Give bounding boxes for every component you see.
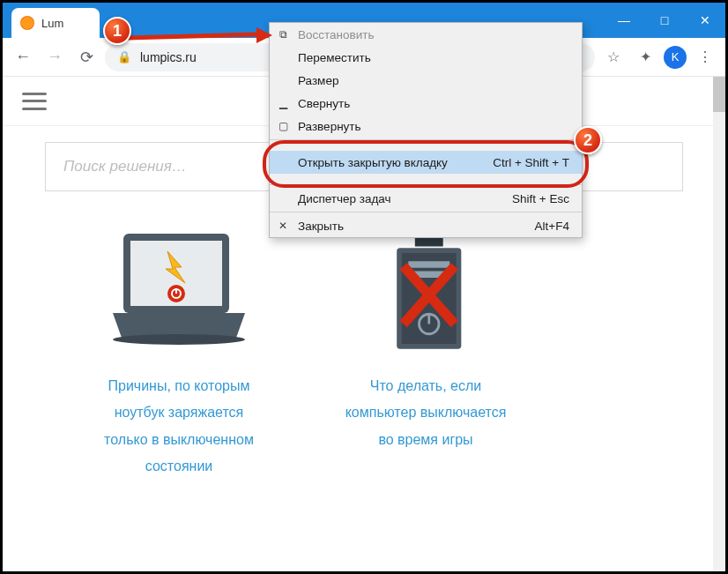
url-text: lumpics.ru (140, 50, 197, 64)
svg-marker-6 (113, 313, 245, 338)
hamburger-icon[interactable] (22, 93, 47, 110)
favicon-icon (20, 16, 34, 30)
extensions-icon[interactable]: ✦ (632, 44, 658, 71)
reload-button[interactable]: ⟳ (73, 44, 100, 71)
window-controls: — □ ✕ (604, 3, 725, 38)
window-close-button[interactable]: ✕ (685, 3, 725, 38)
menu-item-size[interactable]: Размер (270, 69, 582, 92)
bookmark-star-icon[interactable]: ☆ (600, 44, 627, 71)
annotation-badge-2: 2 (574, 126, 602, 154)
browser-tab[interactable]: Lum (11, 8, 100, 38)
profile-avatar[interactable]: K (664, 46, 687, 69)
card-title: Причины, по которым ноутбук заряжается т… (91, 373, 267, 481)
minimize-icon: ▁ (270, 97, 296, 109)
menu-separator (270, 212, 582, 212)
shortcut-text: Alt+F4 (535, 220, 582, 233)
annotation-badge-1: 1 (103, 17, 131, 45)
card-pc-shutdown[interactable]: Что делать, если компьютер выключается в… (338, 225, 514, 481)
pc-tower-icon (351, 225, 501, 357)
menu-item-restore[interactable]: ⧉ Восстановить (270, 23, 582, 46)
menu-item-reopen-closed-tab[interactable]: Открыть закрытую вкладку Ctrl + Shift + … (270, 151, 582, 174)
scroll-thumb[interactable] (713, 77, 725, 112)
card-title: Что делать, если компьютер выключается в… (338, 373, 514, 453)
scrollbar[interactable] (713, 77, 725, 571)
forward-button[interactable]: → (41, 44, 68, 71)
shortcut-text: Ctrl + Shift + T (493, 156, 582, 169)
svg-marker-19 (256, 27, 272, 43)
restore-icon: ⧉ (270, 28, 296, 41)
menu-item-move[interactable]: Переместить (270, 46, 582, 69)
annotation-arrow-icon (124, 27, 272, 48)
menu-dots-icon[interactable]: ⋮ (692, 44, 718, 71)
tab-title: Lum (41, 17, 63, 30)
window-minimize-button[interactable]: — (604, 3, 644, 38)
maximize-icon: ▢ (270, 120, 296, 132)
lock-icon: 🔒 (117, 50, 131, 63)
menu-item-task-manager[interactable]: Диспетчер задач Shift + Esc (270, 187, 582, 210)
menu-item-close[interactable]: ✕ Закрыть Alt+F4 (270, 214, 582, 237)
svg-point-7 (113, 334, 245, 345)
close-icon: ✕ (270, 220, 296, 232)
menu-separator (270, 139, 582, 140)
back-button[interactable]: ← (10, 44, 36, 71)
window-maximize-button[interactable]: □ (644, 3, 685, 38)
shortcut-text: Shift + Esc (512, 192, 582, 205)
card-laptop-charging[interactable]: Причины, по которым ноутбук заряжается т… (91, 225, 267, 481)
menu-item-maximize[interactable]: ▢ Развернуть (270, 115, 582, 138)
menu-item-minimize[interactable]: ▁ Свернуть (270, 92, 582, 115)
system-context-menu: ⧉ Восстановить Переместить Размер ▁ Свер… (269, 22, 583, 238)
menu-separator (270, 184, 582, 185)
svg-line-18 (126, 34, 256, 38)
article-cards: Причины, по которым ноутбук заряжается т… (3, 207, 725, 481)
laptop-icon (104, 225, 254, 357)
svg-rect-10 (408, 261, 449, 268)
